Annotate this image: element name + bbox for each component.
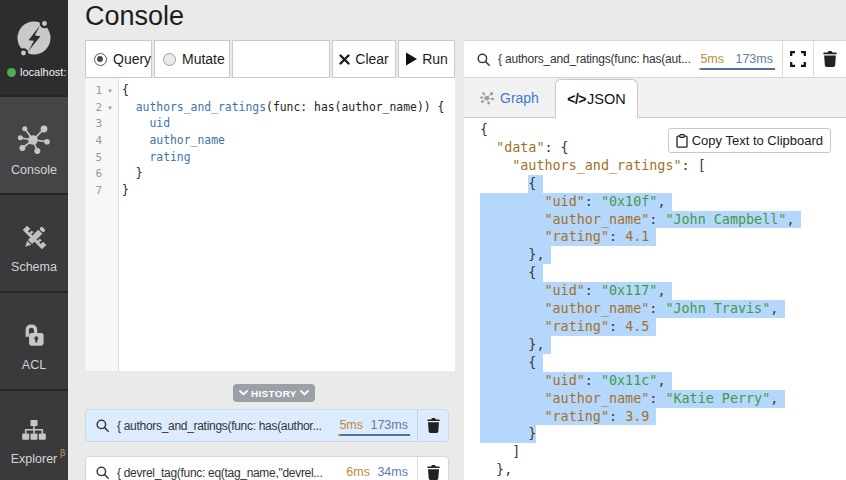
- editor-code-line: }: [122, 165, 444, 182]
- sidebar-item-console[interactable]: Console: [0, 97, 68, 193]
- copy-button-label: Copy Text to Clipboard: [692, 133, 823, 148]
- query-mode-label: Query: [113, 51, 151, 67]
- editor-code-line: {: [122, 82, 444, 99]
- search-icon: [96, 466, 109, 479]
- sidebar-header: localhost:8080: [0, 0, 68, 95]
- chevron-down-icon: [300, 390, 309, 396]
- editor-line-number: 4: [85, 132, 118, 149]
- graph-icon: [480, 91, 494, 105]
- sitemap-icon: [20, 416, 48, 444]
- json-line: "author_name": "Katie Perry",: [480, 390, 794, 408]
- mutate-mode-tab[interactable]: Mutate: [154, 40, 230, 78]
- result-header: { authors_and_ratings(func: has(aut... 5…: [464, 40, 846, 78]
- run-button[interactable]: Run: [398, 40, 455, 78]
- beta-badge: β: [60, 448, 65, 458]
- server-latency: 5ms: [700, 52, 724, 66]
- network-latency: 173ms: [370, 418, 408, 432]
- editor-line-number: 1▾: [85, 82, 118, 99]
- editor-line-number: 6: [85, 165, 118, 182]
- json-line: "rating": 4.1: [480, 228, 794, 246]
- history-item[interactable]: { devrel_tag(func: eq(tag_name,"devrel..…: [85, 456, 449, 480]
- history-item[interactable]: { authors_and_ratings(func: has(author..…: [85, 409, 449, 442]
- query-editor[interactable]: 1▾2▾34567 { authors_and_ratings(func: ha…: [85, 78, 455, 371]
- clipboard-icon: [676, 134, 688, 148]
- code-icon: </>: [567, 91, 586, 107]
- editor-line-number: 2▾: [85, 99, 118, 116]
- json-line: "uid": "0x10f",: [480, 193, 794, 211]
- unlock-icon: [20, 321, 49, 350]
- toolbar-spacer: [232, 40, 330, 78]
- graph-icon: [17, 123, 51, 155]
- json-line: },: [480, 246, 794, 264]
- mutate-radio[interactable]: [163, 53, 176, 66]
- latency-indicator: 5ms 173ms: [339, 415, 408, 436]
- json-line: },: [480, 336, 794, 354]
- editor-line-number: 3: [85, 115, 118, 132]
- results-panel: { authors_and_ratings(func: has(aut... 5…: [464, 40, 846, 480]
- json-line: "authors_and_ratings": [: [480, 157, 794, 175]
- latency-bar: [338, 434, 410, 436]
- editor-gutter: 1▾2▾34567: [85, 78, 119, 371]
- json-line: "rating": 4.5: [480, 318, 794, 336]
- tools-icon: [20, 223, 49, 252]
- delete-history-item-button[interactable]: [418, 418, 448, 433]
- latency-bar: [699, 68, 775, 70]
- editor-code-line: rating: [122, 149, 444, 166]
- json-line: {: [480, 175, 794, 193]
- server-latency: 6ms: [346, 465, 370, 479]
- editor-line-number: 7: [85, 182, 118, 199]
- json-line: },: [480, 461, 794, 479]
- search-icon: [96, 419, 109, 432]
- editor-code-line: }: [122, 182, 444, 199]
- editor-line-number: 5: [85, 149, 118, 166]
- json-line: }: [480, 425, 794, 443]
- chevron-down-icon: [239, 390, 248, 396]
- history-toggle[interactable]: HISTORY: [233, 384, 315, 402]
- clear-x-icon: [339, 54, 350, 65]
- history-query-text: { authors_and_ratings(func: has(author..…: [117, 419, 335, 433]
- clear-button[interactable]: Clear: [332, 40, 396, 78]
- copy-to-clipboard-button[interactable]: Copy Text to Clipboard: [668, 128, 831, 153]
- sidebar-item-label: Console: [11, 163, 57, 177]
- sidebar-item-explorer[interactable]: Explorerβ: [0, 391, 68, 480]
- query-mode-tab[interactable]: Query: [85, 40, 152, 78]
- delete-history-item-button[interactable]: [418, 465, 448, 480]
- query-panel: Query Mutate Clear Run 1▾2▾34567 { autho…: [85, 40, 455, 78]
- delete-result-button[interactable]: [814, 51, 846, 67]
- page-title: Console: [85, 1, 184, 32]
- editor-code-line: authors_and_ratings(func: has(author_nam…: [122, 99, 444, 116]
- network-latency: 34ms: [377, 465, 408, 479]
- result-tabbar: Graph </> JSON: [464, 78, 846, 118]
- server-status[interactable]: localhost:8080: [7, 66, 67, 78]
- mutate-mode-label: Mutate: [182, 51, 225, 67]
- dgraph-logo: [13, 15, 55, 61]
- json-line: {: [480, 264, 794, 282]
- tab-graph[interactable]: Graph: [472, 78, 547, 118]
- json-result-area: Copy Text to Clipboard { "data": { "auth…: [464, 118, 846, 480]
- json-line: ]: [480, 443, 794, 461]
- json-code[interactable]: { "data": { "authors_and_ratings": [ { "…: [480, 121, 794, 479]
- query-radio[interactable]: [94, 53, 107, 66]
- clear-label: Clear: [355, 51, 388, 67]
- fold-marker-icon[interactable]: ▾: [102, 87, 118, 94]
- sidebar-item-label: Explorerβ: [11, 452, 58, 466]
- run-label: Run: [422, 51, 448, 67]
- history-badge-label: HISTORY: [251, 388, 297, 399]
- json-line: {: [480, 354, 794, 372]
- json-line: "uid": "0x11c",: [480, 372, 794, 390]
- fullscreen-button[interactable]: [783, 51, 813, 67]
- network-latency: 173ms: [735, 52, 773, 66]
- editor-code-line: uid: [122, 115, 444, 132]
- sidebar-item-label: ACL: [22, 358, 46, 372]
- sidebar-item-label: Schema: [11, 260, 57, 274]
- tab-json[interactable]: </> JSON: [555, 79, 638, 118]
- sidebar-item-acl[interactable]: ACL: [0, 293, 68, 389]
- latency-indicator: 5ms 173ms: [700, 49, 773, 70]
- server-latency: 5ms: [339, 418, 363, 432]
- sidebar-item-schema[interactable]: Schema: [0, 195, 68, 291]
- json-line: "rating": 3.9: [480, 408, 794, 426]
- editor-code[interactable]: { authors_and_ratings(func: has(author_n…: [119, 78, 444, 371]
- json-line: "author_name": "John Travis",: [480, 300, 794, 318]
- fold-marker-icon[interactable]: ▾: [102, 104, 118, 111]
- editor-code-line: author_name: [122, 132, 444, 149]
